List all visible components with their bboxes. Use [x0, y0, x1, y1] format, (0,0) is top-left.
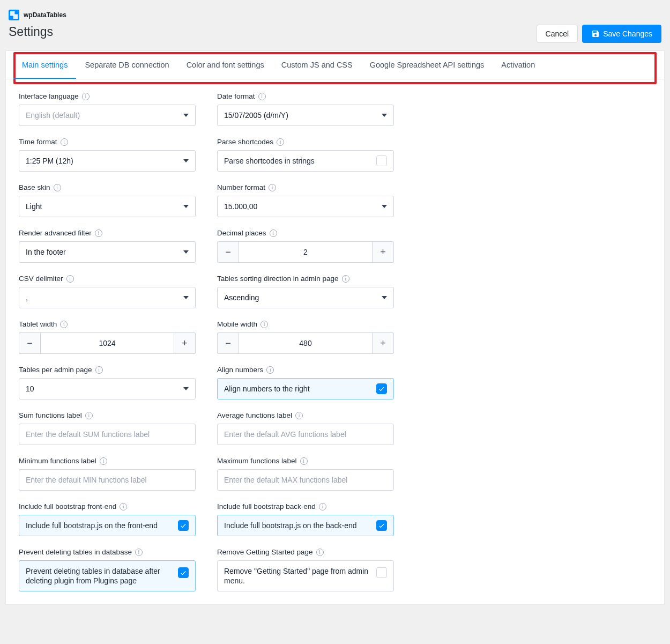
remove-gs-label: Remove Getting Started page [217, 548, 313, 556]
save-icon [591, 29, 600, 38]
min-label-label: Minimum functions label [19, 457, 96, 465]
tables-per-page-label: Tables per admin page [19, 366, 92, 374]
info-icon[interactable]: i [85, 412, 93, 419]
checkbox-checked-icon [178, 520, 189, 531]
align-numbers-label: Align numbers [217, 366, 263, 374]
date-format-select[interactable]: 15/07/2005 (d/m/Y) [217, 105, 394, 126]
info-icon[interactable]: i [270, 230, 277, 237]
interface-language-label: Interface language [19, 92, 79, 100]
decimal-places-value: 2 [239, 241, 373, 263]
info-icon[interactable]: i [95, 230, 102, 237]
csv-delimiter-select[interactable]: , [19, 287, 196, 308]
tab-custom-js-css[interactable]: Custom JS and CSS [273, 51, 361, 79]
number-format-label: Number format [217, 183, 265, 191]
info-icon[interactable]: i [54, 184, 61, 191]
chevron-down-icon [183, 250, 189, 254]
tab-color-font[interactable]: Color and font settings [178, 51, 273, 79]
avg-label-label: Average functions label [217, 411, 292, 419]
prevent-delete-label: Prevent deleting tables in database [19, 548, 132, 556]
date-format-label: Date format [217, 92, 255, 100]
info-icon[interactable]: i [61, 138, 68, 146]
sort-direction-label: Tables sorting direction in admin page [217, 275, 339, 283]
info-icon[interactable]: i [120, 503, 127, 510]
decrement-button[interactable]: − [19, 332, 40, 354]
checkbox-checked-icon [376, 383, 387, 394]
info-icon[interactable]: i [295, 412, 303, 419]
time-format-select[interactable]: 1:25 PM (12h) [19, 150, 196, 172]
min-label-input[interactable] [26, 470, 189, 490]
max-label-label: Maximum functions label [217, 457, 297, 465]
number-format-select[interactable]: 15.000,00 [217, 196, 394, 217]
info-icon[interactable]: i [316, 549, 324, 556]
base-skin-label: Base skin [19, 183, 50, 191]
bootstrap-front-toggle[interactable]: Include full bootstrap.js on the front-e… [19, 515, 196, 536]
chevron-down-icon [183, 205, 189, 208]
sum-label-input[interactable] [26, 424, 189, 445]
interface-language-select[interactable]: English (default) [19, 105, 196, 126]
info-icon[interactable]: i [95, 366, 103, 374]
chevron-down-icon [382, 114, 387, 117]
render-filter-select[interactable]: In the footer [19, 241, 196, 263]
info-icon[interactable]: i [277, 138, 284, 146]
info-icon[interactable]: i [300, 457, 308, 465]
sort-direction-select[interactable]: Ascending [217, 287, 394, 308]
info-icon[interactable]: i [258, 93, 266, 100]
info-icon[interactable]: i [269, 184, 276, 191]
tablet-width-label: Tablet width [19, 320, 57, 328]
chevron-down-icon [382, 296, 387, 299]
tab-google-api[interactable]: Google Spreadsheet API settings [361, 51, 493, 79]
info-icon[interactable]: i [100, 457, 107, 465]
render-filter-label: Render advanced filter [19, 229, 92, 237]
bootstrap-back-toggle[interactable]: Include full bootstrap.js on the back-en… [217, 515, 394, 536]
mobile-width-stepper[interactable]: − 480 + [217, 332, 394, 354]
parse-shortcodes-label: Parse shortcodes [217, 138, 273, 146]
decimal-places-stepper[interactable]: − 2 + [217, 241, 394, 263]
cancel-button-label: Cancel [546, 29, 569, 38]
info-icon[interactable]: i [266, 366, 274, 374]
increment-button[interactable]: + [373, 241, 394, 263]
brand-name: wpDataTables [24, 11, 66, 19]
cancel-button[interactable]: Cancel [537, 25, 578, 43]
csv-delimiter-label: CSV delimiter [19, 275, 63, 283]
mobile-width-value: 480 [239, 332, 373, 354]
checkbox-checked-icon [376, 520, 387, 531]
wpdt-logo-icon [9, 10, 19, 20]
page-title: Settings [9, 25, 66, 39]
tab-activation[interactable]: Activation [493, 51, 544, 79]
align-numbers-toggle[interactable]: Align numbers to the right [217, 378, 394, 399]
chevron-down-icon [183, 296, 189, 299]
info-icon[interactable]: i [342, 275, 349, 283]
time-format-label: Time format [19, 138, 57, 146]
tablet-width-stepper[interactable]: − 1024 + [19, 332, 196, 354]
decrement-button[interactable]: − [217, 332, 239, 354]
chevron-down-icon [382, 205, 387, 208]
sum-label-input-wrap [19, 424, 196, 445]
decrement-button[interactable]: − [217, 241, 239, 263]
prevent-delete-toggle[interactable]: Prevent deleting tables in database afte… [19, 560, 196, 591]
info-icon[interactable]: i [135, 549, 143, 556]
chevron-down-icon [183, 114, 189, 117]
min-label-input-wrap [19, 469, 196, 491]
tables-per-page-select[interactable]: 10 [19, 378, 196, 399]
max-label-input-wrap [217, 469, 394, 491]
increment-button[interactable]: + [174, 332, 196, 354]
avg-label-input[interactable] [224, 424, 387, 445]
increment-button[interactable]: + [373, 332, 394, 354]
info-icon[interactable]: i [82, 93, 90, 100]
save-changes-label: Save Changes [603, 29, 652, 38]
tab-main-settings[interactable]: Main settings [13, 51, 76, 79]
info-icon[interactable]: i [319, 503, 326, 510]
base-skin-select[interactable]: Light [19, 196, 196, 217]
info-icon[interactable]: i [260, 321, 268, 328]
remove-gs-toggle[interactable]: Remove "Getting Started" page from admin… [217, 560, 394, 591]
info-icon[interactable]: i [66, 275, 74, 283]
save-changes-button[interactable]: Save Changes [582, 25, 661, 43]
checkbox-unchecked-icon [376, 156, 387, 166]
max-label-input[interactable] [224, 470, 387, 490]
parse-shortcodes-toggle[interactable]: Parse shortcodes in strings [217, 150, 394, 172]
checkbox-unchecked-icon [376, 567, 387, 578]
info-icon[interactable]: i [60, 321, 68, 328]
chevron-down-icon [183, 387, 189, 390]
decimal-places-label: Decimal places [217, 229, 266, 237]
tab-separate-db[interactable]: Separate DB connection [76, 51, 177, 79]
